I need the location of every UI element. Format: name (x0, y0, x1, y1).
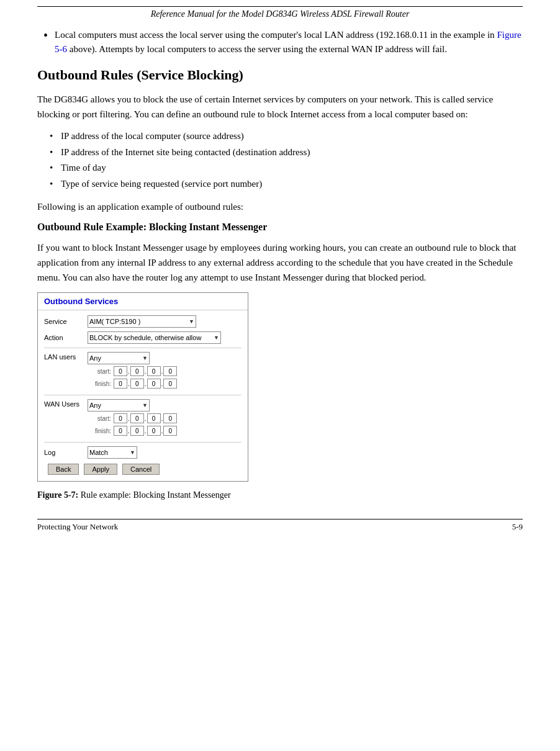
criteria-text-3: Time of day (61, 161, 106, 175)
small-dot-1: • (50, 129, 61, 143)
lan-start-ip4[interactable] (163, 366, 177, 376)
service-select[interactable]: AIM( TCP:5190 ) ▼ (88, 315, 196, 328)
action-select-value: BLOCK by schedule, otherwise allow (89, 334, 201, 341)
log-label: Log (44, 449, 88, 456)
wan-users-label: WAN Users (44, 399, 88, 438)
intro-bullet-text: Local computers must access the local se… (55, 28, 523, 56)
rule-example-heading: Outbound Rule Example: Blocking Instant … (37, 222, 523, 233)
service-label: Service (44, 318, 88, 325)
action-select[interactable]: BLOCK by schedule, otherwise allow ▼ (88, 331, 221, 344)
form-button-row: Back Apply Cancel (44, 464, 242, 475)
outbound-body1: The DG834G allows you to block the use o… (37, 92, 523, 122)
form-divider-2 (44, 395, 242, 395)
figure-label: Figure 5-7: (37, 490, 78, 500)
wan-start-label: start: (88, 415, 111, 422)
service-control: AIM( TCP:5190 ) ▼ (88, 315, 242, 328)
wan-start-ip3[interactable] (147, 413, 161, 423)
cancel-button[interactable]: Cancel (122, 464, 160, 475)
lan-start-ip3[interactable] (147, 366, 161, 376)
service-row: Service AIM( TCP:5190 ) ▼ (44, 315, 242, 328)
small-dot-3: • (50, 161, 61, 175)
wan-start-ip4[interactable] (163, 413, 177, 423)
log-select-arrow: ▼ (130, 449, 135, 456)
lan-any-value: Any (89, 354, 101, 362)
lan-finish-ip4[interactable] (163, 379, 177, 389)
wan-finish-row: finish: . . . (88, 426, 242, 436)
wan-start-ip1[interactable] (114, 413, 127, 423)
lan-finish-ip2[interactable] (130, 379, 144, 389)
lan-users-right: Any ▼ start: . . . (88, 352, 242, 391)
criteria-text-4: Type of service being requested (service… (61, 177, 262, 191)
lan-start-ip2[interactable] (130, 366, 144, 376)
criteria-list: • IP address of the local computer (sour… (37, 129, 523, 191)
criteria-item-4: • Type of service being requested (servi… (50, 177, 523, 191)
action-label: Action (44, 334, 88, 341)
action-row: Action BLOCK by schedule, otherwise allo… (44, 331, 242, 344)
form-divider-3 (44, 442, 242, 443)
page-footer: Protecting Your Network 5-9 (37, 519, 523, 532)
lan-finish-ip1[interactable] (114, 379, 127, 389)
small-dot-2: • (50, 145, 61, 160)
wan-start-ip2[interactable] (130, 413, 144, 423)
wan-any-select[interactable]: Any ▼ (88, 399, 150, 411)
wan-finish-ip2[interactable] (130, 426, 144, 436)
action-control: BLOCK by schedule, otherwise allow ▼ (88, 331, 242, 344)
action-select-arrow: ▼ (214, 335, 219, 341)
criteria-text-1: IP address of the local computer (source… (61, 129, 244, 143)
criteria-item-1: • IP address of the local computer (sour… (50, 129, 523, 143)
wan-finish-ip1[interactable] (114, 426, 127, 436)
service-select-value: AIM( TCP:5190 ) (89, 318, 140, 325)
log-select[interactable]: Match ▼ (88, 446, 137, 459)
wan-start-row: start: . . . (88, 413, 242, 423)
form-divider-1 (44, 348, 242, 348)
lan-users-section: LAN users Any ▼ start: . . (44, 352, 242, 391)
outbound-rules-heading: Outbound Rules (Service Blocking) (37, 67, 523, 83)
rule-example-body: If you want to block Instant Messenger u… (37, 240, 523, 285)
criteria-item-2: • IP address of the Internet site being … (50, 145, 523, 160)
wan-any-arrow: ▼ (142, 402, 148, 408)
figure-caption: Figure 5-7: Rule example: Blocking Insta… (37, 490, 523, 500)
wan-finish-label: finish: (88, 428, 111, 434)
log-row: Log Match ▼ (44, 446, 242, 459)
page-header: Reference Manual for the Model DG834G Wi… (37, 9, 523, 19)
wan-users-section: WAN Users Any ▼ start: . . (44, 399, 242, 438)
service-select-arrow: ▼ (189, 318, 194, 325)
wan-any-row: Any ▼ (88, 399, 242, 411)
lan-users-label: LAN users (44, 352, 88, 391)
wan-any-value: Any (89, 402, 101, 409)
lan-finish-row: finish: . . . (88, 379, 242, 389)
back-button[interactable]: Back (48, 464, 79, 475)
footer-right: 5-9 (512, 522, 523, 532)
intro-bullet-item: • Local computers must access the local … (37, 28, 523, 56)
criteria-text-2: IP address of the Internet site being co… (61, 145, 310, 160)
bullet-dot: • (43, 28, 55, 56)
small-dot-4: • (50, 177, 61, 191)
log-control: Match ▼ (88, 446, 242, 459)
lan-finish-ip3[interactable] (147, 379, 161, 389)
following-text: Following is an application example of o… (37, 199, 523, 214)
wan-finish-ip3[interactable] (147, 426, 161, 436)
wan-finish-ip4[interactable] (163, 426, 177, 436)
log-select-value: Match (89, 449, 108, 456)
lan-start-row: start: . . . (88, 366, 242, 376)
outbound-services-form: Outbound Services Service AIM( TCP:5190 … (37, 292, 248, 482)
form-title: Outbound Services (38, 293, 248, 310)
lan-any-arrow: ▼ (142, 355, 148, 361)
apply-button[interactable]: Apply (84, 464, 117, 475)
form-body: Service AIM( TCP:5190 ) ▼ Action BLOCK b… (38, 310, 248, 481)
criteria-item-3: • Time of day (50, 161, 523, 175)
intro-bullet-section: • Local computers must access the local … (37, 28, 523, 56)
lan-any-select[interactable]: Any ▼ (88, 352, 150, 364)
lan-start-ip1[interactable] (114, 366, 127, 376)
footer-left: Protecting Your Network (37, 522, 118, 532)
lan-finish-label: finish: (88, 380, 111, 387)
lan-any-row: Any ▼ (88, 352, 242, 364)
lan-start-label: start: (88, 368, 111, 375)
header-divider (37, 6, 523, 7)
figure-link[interactable]: Figure 5-6 (55, 30, 522, 54)
wan-users-right: Any ▼ start: . . . (88, 399, 242, 438)
figure-text: Rule example: Blocking Instant Messenger (81, 490, 231, 500)
